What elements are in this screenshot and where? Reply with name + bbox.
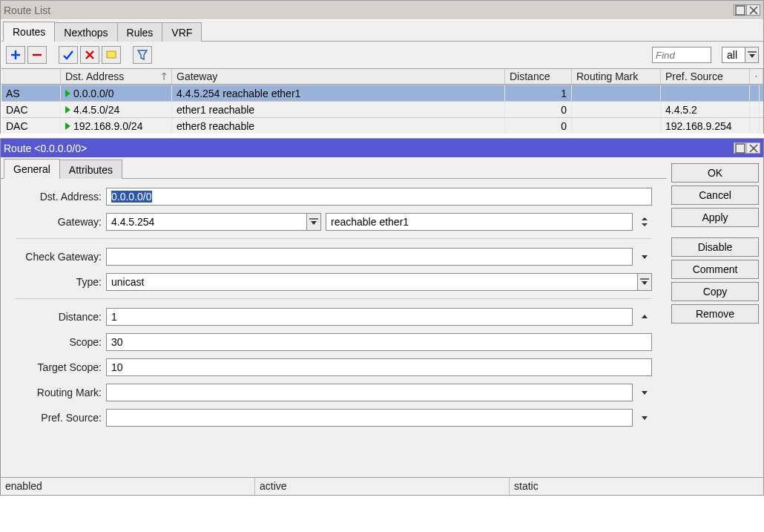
tab-routes[interactable]: Routes — [3, 22, 55, 42]
filter-combo[interactable]: all — [722, 47, 759, 63]
close-icon — [748, 142, 760, 154]
gateway-input[interactable]: 4.4.5.254 — [106, 213, 306, 231]
comment-button[interactable] — [102, 46, 121, 64]
scope-input[interactable]: 30 — [106, 333, 652, 351]
svg-rect-0 — [736, 6, 745, 15]
row-gw: ether8 reachable — [172, 118, 505, 134]
pref-source-label: Pref. Source: — [16, 412, 106, 424]
row-pref-source: Pref. Source: — [16, 407, 652, 428]
disable-button[interactable] — [80, 46, 99, 64]
col-picker[interactable] — [750, 69, 763, 84]
row-routing-mark: Routing Mark: — [16, 382, 652, 403]
status-active: active — [255, 478, 510, 495]
row-distance: Distance: 1 — [16, 306, 652, 327]
table-row[interactable]: DAC 4.4.5.0/24 ether1 reachable 0 4.4.5.… — [1, 101, 763, 117]
type-dropdown[interactable] — [637, 273, 652, 291]
enable-button[interactable] — [59, 46, 78, 64]
find-input[interactable] — [652, 47, 711, 63]
filter-button[interactable] — [133, 46, 152, 64]
filter-arrow[interactable] — [745, 47, 758, 62]
distance-input[interactable]: 1 — [106, 308, 633, 326]
chevron-down-icon — [639, 251, 651, 263]
row-gateway: Gateway: 4.4.5.254 reachable ether1 — [16, 211, 652, 232]
status-static: static — [510, 478, 763, 495]
sort-asc-icon — [161, 72, 167, 81]
route-detail-title: Route <0.0.0.0/0> — [4, 142, 734, 154]
route-detail-body: General Attributes Dst. Address: 0.0.0.0… — [1, 157, 763, 477]
gateway-dropdown[interactable] — [306, 213, 321, 231]
check-gateway-label: Check Gateway: — [16, 251, 106, 263]
active-icon — [65, 106, 70, 114]
tab-vrf[interactable]: VRF — [162, 22, 202, 42]
window-close-button[interactable] — [747, 4, 760, 16]
add-button[interactable] — [6, 46, 25, 64]
col-dst-label: Dst. Address — [65, 70, 124, 82]
apply-button[interactable]: Apply — [671, 208, 759, 227]
col-rmark[interactable]: Routing Mark — [572, 69, 661, 84]
type-label: Type: — [16, 276, 106, 288]
chevron-up-icon — [639, 311, 651, 323]
distance-collapse[interactable] — [637, 308, 652, 326]
col-dist[interactable]: Distance — [505, 69, 572, 84]
check-gateway-input[interactable] — [106, 248, 633, 266]
overline-down-icon — [746, 49, 758, 61]
dst-address-label: Dst. Address: — [16, 191, 106, 203]
close-icon — [748, 4, 760, 16]
chevron-down-icon — [639, 412, 651, 424]
window-minimize-button[interactable] — [734, 142, 747, 154]
row-dst: 4.4.5.0/24 — [61, 102, 172, 117]
note-icon — [105, 49, 117, 61]
tab-rules[interactable]: Rules — [117, 22, 163, 42]
tab-nexthops[interactable]: Nexthops — [54, 22, 117, 42]
gateway-toggle[interactable] — [637, 213, 652, 231]
table-row[interactable]: DAC 192.168.9.0/24 ether8 reachable 0 19… — [1, 117, 763, 134]
col-dst[interactable]: Dst. Address — [61, 69, 172, 84]
pref-source-input[interactable] — [106, 409, 633, 427]
remove-button[interactable] — [27, 46, 47, 64]
row-flags: DAC — [1, 102, 61, 117]
route-list-tabs: Routes Nexthops Rules VRF — [1, 20, 763, 42]
overline-down-icon — [308, 216, 320, 228]
window-minimize-button[interactable] — [734, 4, 747, 16]
routing-mark-expand[interactable] — [637, 384, 652, 401]
row-rmark — [572, 118, 661, 134]
route-list-client: Routes Nexthops Rules VRF — [1, 19, 763, 134]
distance-label: Distance: — [16, 311, 106, 323]
gateway-status: reachable ether1 — [326, 213, 633, 231]
routing-mark-input[interactable] — [106, 384, 633, 401]
pref-source-expand[interactable] — [637, 409, 652, 427]
tab-attributes[interactable]: Attributes — [59, 160, 122, 179]
check-gateway-expand[interactable] — [637, 248, 652, 266]
comment-button[interactable]: Comment — [671, 260, 759, 279]
plus-icon — [10, 49, 22, 61]
route-detail-titlebar[interactable]: Route <0.0.0.0/0> — [1, 139, 763, 157]
gateway-label: Gateway: — [16, 216, 106, 228]
row-gw: ether1 reachable — [172, 102, 505, 117]
copy-button[interactable]: Copy — [671, 282, 759, 301]
window-close-button[interactable] — [747, 142, 760, 154]
route-list-window: Route List Routes Nexthops Rules VRF — [0, 0, 764, 134]
tab-general[interactable]: General — [4, 159, 60, 179]
ok-button[interactable]: OK — [671, 163, 759, 183]
table-row[interactable]: AS 0.0.0.0/0 4.4.5.254 reachable ether1 … — [1, 85, 763, 101]
minimize-icon — [734, 4, 746, 16]
route-list-titlebar[interactable]: Route List — [1, 1, 763, 19]
chevron-down-icon — [754, 70, 758, 82]
overline-down-icon — [639, 276, 651, 288]
check-icon — [62, 49, 74, 61]
remove-button[interactable]: Remove — [671, 304, 759, 324]
col-gw[interactable]: Gateway — [172, 69, 505, 84]
col-flags[interactable] — [1, 69, 61, 84]
funnel-icon — [136, 49, 148, 61]
row-dst: 0.0.0.0/0 — [61, 85, 172, 101]
row-type: Type: unicast — [16, 272, 652, 292]
row-dst: 192.168.9.0/24 — [61, 118, 172, 134]
col-psrc[interactable]: Pref. Source — [661, 69, 750, 84]
type-input[interactable]: unicast — [106, 273, 637, 291]
cancel-button[interactable]: Cancel — [671, 185, 759, 205]
route-list-toolbar: all — [1, 42, 763, 68]
dst-address-input[interactable]: 0.0.0.0/0 — [106, 188, 652, 206]
disable-button[interactable]: Disable — [671, 237, 759, 257]
active-icon — [65, 90, 70, 97]
target-scope-input[interactable]: 10 — [106, 358, 652, 376]
